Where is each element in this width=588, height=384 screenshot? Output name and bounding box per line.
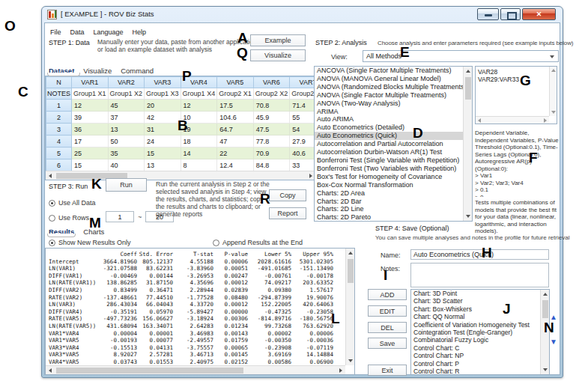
data-cell[interactable]: 47.5 [253, 124, 290, 135]
row-number[interactable]: 5 [46, 147, 72, 159]
column-header[interactable]: N [46, 77, 72, 88]
data-cell[interactable]: 15 [145, 147, 181, 159]
scrollbar-thumb[interactable] [348, 259, 354, 283]
column-header[interactable]: VAR1 [72, 77, 109, 88]
saved-item[interactable]: Coefficient of Variation Homogeneity Tes… [411, 321, 549, 329]
method-item[interactable]: Charts: 2D Area [315, 189, 463, 198]
use-rows-radio[interactable] [49, 215, 55, 222]
scroll-right-icon[interactable] [339, 368, 342, 373]
example-variables-box[interactable]: VAR28 VAR29:VAR33 [475, 66, 557, 124]
saved-item[interactable]: Chart: Box-Whiskers [411, 305, 549, 313]
data-cell[interactable]: 20 [145, 100, 181, 112]
method-item[interactable]: Bonferroni Test (Two Variables with Repe… [315, 165, 463, 173]
row-from-input[interactable] [106, 211, 134, 222]
scroll-left-icon[interactable] [49, 174, 52, 178]
save-button[interactable]: Save [368, 338, 407, 349]
data-cell[interactable]: 50 [108, 135, 145, 147]
data-cell[interactable]: 39 [72, 112, 109, 124]
close-button[interactable] [522, 8, 556, 20]
method-item[interactable]: Autocorrelation Durbin-Watson AR(1) Test [315, 148, 463, 156]
scroll-right-icon[interactable] [309, 174, 312, 178]
method-item[interactable]: ANOVA (Two-Way Analysis) [315, 100, 463, 108]
scroll-left-icon[interactable] [478, 118, 481, 123]
variable-note-cell[interactable]: Group1 X3 [145, 88, 181, 100]
data-cell[interactable]: 70.9 [253, 147, 290, 159]
data-cell[interactable]: 64.7 [217, 124, 254, 135]
notes-input[interactable] [410, 263, 549, 287]
saved-item[interactable]: Chart: QQ Normal [411, 313, 549, 320]
show-new-results-radio[interactable] [49, 240, 55, 246]
data-cell[interactable]: 24 [145, 135, 181, 147]
run-button[interactable]: Run [106, 178, 147, 192]
method-item[interactable]: ANOVA (MANOVA General Linear Model) [315, 75, 463, 83]
append-results-option[interactable]: Append Results at the End [213, 239, 303, 246]
data-cell[interactable]: 15 [72, 159, 109, 171]
saved-analyses-list[interactable]: Chart: 3D PointChart: 3D ScatterChart: B… [410, 289, 550, 375]
scroll-up-icon[interactable] [551, 69, 556, 72]
menu-language[interactable]: Language [89, 27, 128, 36]
results-horizontal-scrollbar[interactable] [46, 365, 345, 374]
data-cell[interactable]: 17 [72, 135, 109, 147]
saved-item[interactable]: Control Chart: P [411, 360, 549, 368]
data-cell[interactable]: 84.8 [253, 159, 290, 171]
saved-item[interactable]: Combinatorial Fuzzy Logic [411, 336, 549, 344]
maximize-button[interactable] [500, 8, 521, 20]
append-results-radio[interactable] [213, 240, 219, 246]
notes-header[interactable]: NOTES [46, 88, 72, 100]
menu-file[interactable]: File [46, 27, 66, 36]
add-button[interactable]: ADD [368, 289, 407, 300]
use-all-data-radio[interactable] [49, 200, 55, 207]
data-cell[interactable]: 47 [217, 135, 254, 147]
data-cell[interactable]: 70.8 [253, 100, 290, 112]
saved-item[interactable]: Control Chart: R [411, 368, 549, 375]
variable-note-cell[interactable]: Group1 X4 [181, 88, 217, 100]
data-cell[interactable]: 22 [217, 147, 254, 159]
analysis-name-input[interactable] [410, 249, 549, 260]
scroll-down-icon[interactable] [551, 111, 556, 114]
scroll-left-icon[interactable] [49, 368, 52, 373]
method-item[interactable]: Autocorrelation and Partial Autocorrelat… [315, 140, 463, 148]
tab-command[interactable]: Command [121, 67, 154, 75]
data-cell[interactable]: 13 [108, 124, 145, 135]
data-cell[interactable]: 36 [72, 124, 109, 135]
data-cell[interactable]: 45 [108, 100, 145, 112]
column-header[interactable]: VAR6 [253, 77, 290, 88]
methods-scrollbar[interactable] [463, 67, 472, 221]
minimize-button[interactable] [477, 8, 499, 20]
data-cell[interactable]: 14 [181, 147, 217, 159]
data-cell[interactable]: 12.4 [217, 159, 254, 171]
scroll-up-icon[interactable] [543, 293, 548, 296]
row-number[interactable]: 3 [46, 124, 72, 135]
vars-vertical-scrollbar[interactable] [549, 67, 557, 116]
method-item[interactable]: ANOVA (Single Factor Multiple Treatments… [315, 91, 463, 100]
edit-button[interactable]: EDIT [368, 305, 407, 317]
column-header[interactable]: VAR2 [108, 77, 145, 88]
row-number[interactable]: 2 [46, 112, 72, 124]
title-bar[interactable]: [ EXAMPLE ] - ROV Biz Stats [42, 7, 563, 22]
scroll-down-icon[interactable] [543, 368, 548, 371]
saved-item[interactable]: Control Chart: NP [411, 352, 549, 359]
row-number[interactable]: 1 [46, 100, 72, 112]
variable-note-cell[interactable]: Group2 X2 [253, 88, 290, 100]
analysis-method-list[interactable]: ANCOVA (Single Factor Multiple Treatment… [314, 66, 473, 222]
scrollbar-thumb[interactable] [56, 368, 243, 374]
menu-help[interactable]: Help [128, 27, 151, 36]
column-header[interactable]: VAR3 [145, 77, 181, 88]
method-item[interactable]: Charts: 2D Line [315, 205, 463, 213]
scroll-down-icon[interactable] [348, 359, 353, 362]
saved-item[interactable]: Cointegration Test (Engle-Granger) [411, 329, 549, 336]
data-cell[interactable]: 77.8 [253, 135, 290, 147]
data-cell[interactable]: 12 [72, 100, 109, 112]
method-item[interactable]: Box's Test for Homogeneity of Covariance [315, 173, 463, 181]
data-cell[interactable]: 31 [145, 124, 181, 135]
example-button[interactable]: Example [250, 34, 306, 46]
data-cell[interactable]: 104.6 [217, 112, 254, 124]
method-item[interactable]: ARIMA [315, 108, 463, 116]
method-item[interactable]: Charts: 2D Pareto [315, 213, 463, 222]
variable-note-cell[interactable]: Group1 X1 [72, 88, 109, 100]
menu-data[interactable]: Data [66, 27, 89, 36]
data-cell[interactable]: 8 [181, 159, 217, 171]
grid-horizontal-scrollbar[interactable] [46, 171, 315, 180]
method-item[interactable]: Charts: 2D Bar [315, 198, 463, 206]
data-cell[interactable]: 18 [181, 135, 217, 147]
